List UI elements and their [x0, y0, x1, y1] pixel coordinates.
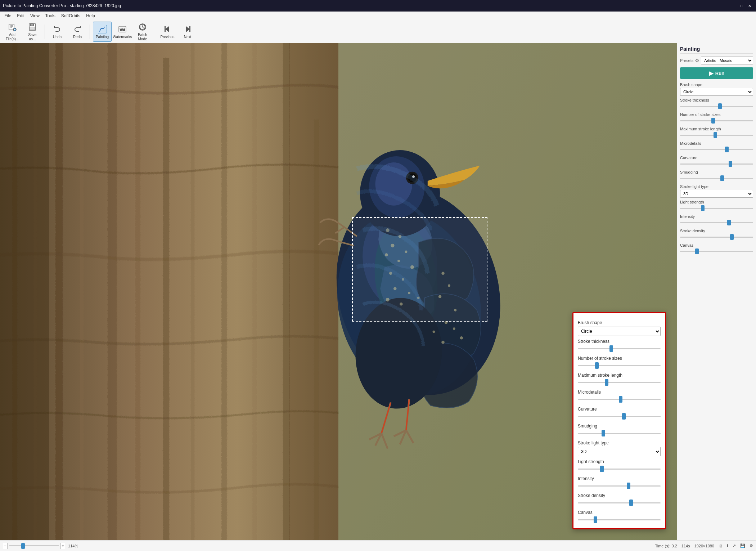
- watermarks-button[interactable]: WM Watermarks: [113, 22, 132, 42]
- next-button[interactable]: Next: [178, 22, 197, 42]
- num-stroke-sizes-label: Number of stroke sizes: [680, 112, 753, 117]
- menu-edit[interactable]: Edit: [14, 13, 27, 19]
- painting-icon: [97, 24, 107, 34]
- zoom-controls: − + 114%: [3, 543, 78, 549]
- fp-smudging-slider[interactable]: [578, 430, 661, 436]
- right-panel-scroll[interactable]: Painting Presets ⚙ Artistic - Mosaic Oil…: [680, 46, 753, 537]
- num-stroke-sizes-slider[interactable]: [680, 118, 753, 124]
- svg-rect-24: [191, 43, 194, 540]
- stroke-density-slider[interactable]: [680, 234, 753, 240]
- minimize-button[interactable]: ─: [730, 2, 737, 9]
- fp-num-stroke-sizes-slider[interactable]: [578, 362, 661, 369]
- svg-point-45: [405, 250, 408, 253]
- time-value: 0.2: [671, 544, 677, 548]
- svg-rect-30: [289, 43, 338, 540]
- fp-smudging-label: Smudging: [578, 424, 661, 429]
- batch-mode-button[interactable]: BatchMode: [133, 22, 152, 42]
- svg-rect-3: [30, 24, 33, 26]
- svg-point-44: [391, 244, 394, 247]
- time-label-text: Time (s): 0.2: [655, 544, 677, 548]
- microdetails-slider[interactable]: [680, 147, 753, 152]
- fp-max-stroke-length-label: Maximum stroke length: [578, 373, 661, 378]
- svg-point-56: [441, 272, 445, 275]
- info-icon[interactable]: ℹ: [727, 543, 728, 548]
- svg-point-63: [453, 327, 455, 330]
- stroke-thickness-slider[interactable]: [680, 103, 753, 109]
- undo-button[interactable]: Undo: [48, 22, 67, 42]
- svg-point-57: [448, 284, 450, 287]
- fp-stroke-thickness-label: Stroke thickness: [578, 339, 661, 344]
- fp-stroke-thickness-slider[interactable]: [578, 345, 661, 352]
- save-icon: [27, 22, 37, 32]
- zoom-out-button[interactable]: −: [3, 543, 8, 549]
- fp-curvature-slider[interactable]: [578, 413, 661, 420]
- presets-label: Presets: [680, 58, 693, 63]
- redo-button[interactable]: Redo: [68, 22, 87, 42]
- canvas-slider[interactable]: [680, 248, 753, 254]
- svg-rect-23: [163, 58, 169, 540]
- svg-point-47: [397, 260, 400, 262]
- previous-button[interactable]: Previous: [158, 22, 177, 42]
- title-bar: Picture to Painting Converter Pro - star…: [0, 0, 756, 12]
- share-icon[interactable]: ↗: [733, 543, 736, 548]
- light-strength-slider[interactable]: [680, 205, 753, 211]
- smudging-slider[interactable]: [680, 175, 753, 181]
- fp-stroke-light-type-select[interactable]: 3D Flat None: [578, 447, 661, 456]
- svg-rect-20: [80, 43, 84, 540]
- separator-3: [155, 24, 155, 39]
- zoom-in-button[interactable]: +: [60, 543, 65, 549]
- add-files-button[interactable]: AddFile(s)...: [3, 22, 22, 42]
- close-button[interactable]: ✕: [746, 2, 753, 9]
- separator-1: [45, 24, 45, 39]
- fp-intensity-slider[interactable]: [578, 483, 661, 489]
- toolbar: AddFile(s)... Saveas... Undo Red: [0, 20, 756, 43]
- presets-row: Presets ⚙ Artistic - Mosaic Oil Painting…: [680, 57, 753, 64]
- fp-canvas-slider[interactable]: [578, 516, 661, 523]
- svg-point-46: [385, 253, 388, 256]
- svg-rect-19: [55, 43, 63, 540]
- resolution-label: 1920×1080: [694, 544, 714, 548]
- menu-softorbits[interactable]: SoftOrbits: [58, 13, 83, 19]
- menu-tools[interactable]: Tools: [42, 13, 58, 19]
- fp-curvature-label: Curvature: [578, 407, 661, 412]
- status-right: Time (s): 0.2 114s 1920×1080 🖥 ℹ ↗ 💾 ⚙: [655, 543, 753, 548]
- presets-select[interactable]: Artistic - Mosaic Oil Painting Watercolo…: [701, 57, 753, 64]
- svg-rect-25: [221, 43, 227, 540]
- fp-microdetails-slider[interactable]: [578, 396, 661, 403]
- brush-shape-select[interactable]: Circle Square Triangle: [680, 88, 753, 96]
- svg-rect-22: [135, 43, 140, 540]
- settings-icon[interactable]: ⚙: [750, 543, 753, 548]
- fp-light-strength-slider[interactable]: [578, 466, 661, 472]
- fp-max-stroke-length-slider[interactable]: [578, 379, 661, 386]
- fp-brush-shape-select[interactable]: Circle Square Triangle: [578, 327, 661, 336]
- stroke-light-type-select[interactable]: 3D Flat None: [680, 190, 753, 198]
- menu-view[interactable]: View: [27, 13, 42, 19]
- max-stroke-length-slider[interactable]: [680, 132, 753, 138]
- fp-stroke-density-slider[interactable]: [578, 500, 661, 506]
- previous-icon: [162, 24, 172, 34]
- brush-shape-row: Circle Square Triangle: [680, 88, 753, 96]
- fp-brush-shape-label: Brush shape: [578, 320, 661, 325]
- menu-help[interactable]: Help: [83, 13, 98, 19]
- canvas-label: Canvas: [680, 243, 753, 247]
- batch-mode-label: BatchMode: [138, 33, 147, 41]
- svg-point-58: [438, 295, 442, 298]
- save-as-button[interactable]: Saveas...: [23, 22, 42, 42]
- painting-button[interactable]: Painting: [93, 22, 112, 42]
- maximize-button[interactable]: □: [738, 2, 745, 9]
- zoom-slider[interactable]: [9, 543, 59, 549]
- run-button[interactable]: ▶ Run: [680, 67, 753, 79]
- intensity-slider[interactable]: [680, 220, 753, 225]
- svg-point-60: [445, 321, 448, 324]
- watermarks-label: Watermarks: [113, 35, 132, 39]
- svg-point-52: [408, 292, 410, 294]
- save-icon[interactable]: 💾: [740, 543, 745, 548]
- menu-file[interactable]: File: [1, 13, 14, 19]
- monitor-icon: 🖥: [719, 544, 723, 548]
- presets-adjust-icon[interactable]: ⚙: [695, 58, 699, 63]
- zoom-value: 114%: [68, 544, 78, 548]
- svg-rect-29: [0, 43, 49, 540]
- svg-rect-13: [189, 26, 190, 32]
- undo-icon: [52, 24, 62, 34]
- curvature-slider[interactable]: [680, 161, 753, 167]
